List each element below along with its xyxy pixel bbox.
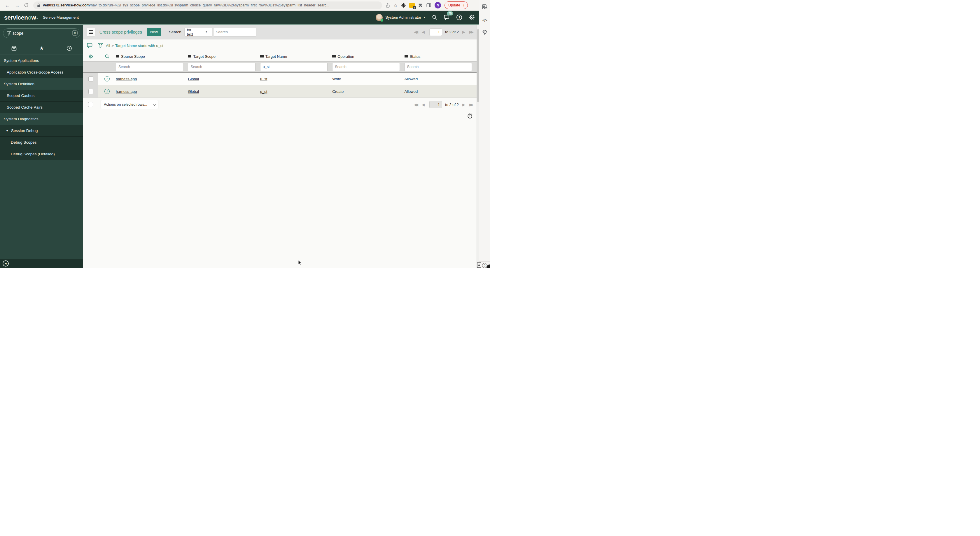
row-checkbox[interactable] <box>88 89 93 94</box>
extensions-puzzle-icon[interactable] <box>418 3 423 8</box>
first-page-button[interactable]: ◀◀ <box>414 30 417 34</box>
application-navigator: × ★ System Applications Application Cros… <box>0 25 83 268</box>
sidebar-item-scoped-caches[interactable]: Scoped Caches <box>0 90 83 102</box>
browser-menu-icon[interactable]: ⋮ <box>462 3 466 8</box>
user-avatar[interactable] <box>375 14 383 21</box>
share-icon[interactable] <box>385 3 390 8</box>
servicenow-logo[interactable]: servicenow™ <box>4 14 38 21</box>
filter-input-source-scope[interactable] <box>116 63 183 71</box>
extension-yellow-icon[interactable]: 3 <box>409 3 415 8</box>
select-all-checkbox[interactable] <box>88 102 93 107</box>
collapse-triangle-icon[interactable]: ▼ <box>6 129 8 132</box>
filter-input-target-name[interactable] <box>260 63 328 71</box>
filter-input-target-scope[interactable] <box>188 63 255 71</box>
help-icon[interactable]: ? <box>456 14 462 21</box>
collapse-navigator-button[interactable]: ◀ <box>3 260 9 266</box>
column-header-target-scope[interactable]: Target Scope <box>188 54 260 59</box>
cell-source-scope-link[interactable]: harness-app <box>116 77 137 81</box>
user-caret-icon[interactable]: ▼ <box>423 16 426 19</box>
browser-forward-icon[interactable]: → <box>15 3 20 8</box>
prev-page-button[interactable]: ◀ <box>422 30 425 34</box>
browser-reload-icon[interactable] <box>24 3 29 8</box>
tab-favorites[interactable]: ★ <box>28 42 56 54</box>
sidebar-item-system-definition[interactable]: System Definition <box>0 78 83 90</box>
tab-all-applications[interactable] <box>0 42 28 54</box>
navigator-tabs: ★ <box>0 42 83 55</box>
page-number-input[interactable] <box>430 101 442 108</box>
sidebar-item-session-debug[interactable]: ▼Session Debug <box>0 125 83 137</box>
new-button[interactable]: New <box>147 28 161 36</box>
sidebar-item-debug-scopes-detailed[interactable]: Debug Scopes (Detailed) <box>0 148 83 160</box>
clear-filter-icon[interactable]: × <box>72 30 78 36</box>
sidebar-item-label: Debug Scopes <box>11 140 37 145</box>
tab-history[interactable] <box>56 42 83 54</box>
cell-target-name-link[interactable]: u_st <box>260 89 267 94</box>
navigator-filter[interactable]: × <box>3 28 80 38</box>
last-page-button[interactable]: ▶▶ <box>469 30 472 34</box>
address-bar[interactable]: ven03172.service-now.com/nav_to.do?uri=%… <box>33 2 382 10</box>
list-chat-icon[interactable] <box>87 43 93 48</box>
global-search-icon[interactable] <box>432 14 438 20</box>
page-number-input[interactable] <box>430 28 442 36</box>
first-page-button[interactable]: ◀◀ <box>414 103 417 107</box>
code-panel-icon[interactable]: </> <box>479 18 490 22</box>
actions-dropdown-label: Actions on selected rows... <box>104 102 147 107</box>
document-viewer-icon[interactable] <box>479 4 490 10</box>
screen: ← → ven03172.service-now.com/nav_to.do?u… <box>0 0 490 268</box>
sidebar-item-system-applications[interactable]: System Applications <box>0 55 83 67</box>
column-header-operation[interactable]: Operation <box>332 54 404 59</box>
sidebar-item-debug-scopes[interactable]: Debug Scopes <box>0 137 83 148</box>
vertical-scrollbar[interactable] <box>477 25 479 268</box>
cell-target-scope-link[interactable]: Global <box>188 89 199 94</box>
lightbulb-icon[interactable] <box>479 29 490 36</box>
cell-source-scope-link[interactable]: harness-app <box>116 89 137 94</box>
sidebar-item-application-cross-scope-access[interactable]: Application Cross-Scope Access <box>0 67 83 78</box>
response-time-icon[interactable] <box>467 112 473 120</box>
column-header-source-scope[interactable]: Source Scope <box>116 54 188 59</box>
personalize-list-gear-icon[interactable] <box>83 54 98 59</box>
column-menu-icon <box>332 55 336 58</box>
breadcrumb-condition-link[interactable]: Target Name starts with u_st <box>115 43 163 48</box>
settings-gear-icon[interactable] <box>469 14 475 21</box>
sidebar-item-system-diagnostics[interactable]: System Diagnostics <box>0 113 83 125</box>
sidebar-item-scoped-cache-pairs[interactable]: Scoped Cache Pairs <box>0 102 83 113</box>
url-domain: ven03172.service-now.com <box>43 3 90 7</box>
breadcrumb-all-link[interactable]: All <box>106 43 110 48</box>
list-title[interactable]: Cross scope privileges <box>99 30 142 34</box>
column-header-status[interactable]: Status <box>404 54 477 59</box>
logo-o: o <box>28 14 31 21</box>
cell-operation: Create <box>332 89 404 94</box>
info-icon[interactable]: i <box>104 89 110 94</box>
info-icon[interactable]: i <box>104 76 110 81</box>
browser-profile-avatar[interactable]: N <box>434 2 441 8</box>
lock-icon <box>37 3 41 8</box>
list-search-input[interactable] <box>213 28 256 37</box>
bookmark-star-icon[interactable]: ☆ <box>393 3 398 8</box>
side-panel-icon[interactable] <box>426 3 431 8</box>
chat-icon[interactable]: 75 <box>444 14 450 20</box>
row-checkbox[interactable] <box>88 77 93 81</box>
user-menu[interactable]: System Administrator <box>385 15 421 19</box>
cell-target-scope-link[interactable]: Global <box>188 77 199 81</box>
next-page-button[interactable]: ▶ <box>462 30 465 34</box>
table-row: i harness-app Global u_st Create Allowed <box>83 85 477 98</box>
prev-page-button[interactable]: ◀ <box>422 103 425 107</box>
cell-target-name-link[interactable]: u_st <box>260 77 267 81</box>
filter-input-operation[interactable] <box>332 63 399 71</box>
list-context-menu-button[interactable] <box>87 28 95 37</box>
navigator-filter-input[interactable] <box>13 31 70 36</box>
search-mode-select[interactable]: for text ▼ <box>185 28 212 37</box>
last-page-button[interactable]: ▶▶ <box>469 103 472 107</box>
column-header-target-name[interactable]: Target Name <box>260 54 332 59</box>
actions-dropdown[interactable]: Actions on selected rows... <box>100 100 158 109</box>
extension-starburst-icon[interactable] <box>401 3 406 8</box>
browser-update-button[interactable]: Update ⋮ <box>444 2 468 9</box>
svg-text:?: ? <box>458 16 460 19</box>
column-search-toggle-icon[interactable] <box>98 54 116 59</box>
browser-back-icon[interactable]: ← <box>5 3 10 8</box>
rail-drag-handle[interactable] <box>477 262 481 268</box>
page-range-label: to 2 of 2 <box>445 102 459 107</box>
filter-icon[interactable] <box>98 43 103 48</box>
next-page-button[interactable]: ▶ <box>462 103 465 107</box>
filter-input-status[interactable] <box>404 63 472 71</box>
